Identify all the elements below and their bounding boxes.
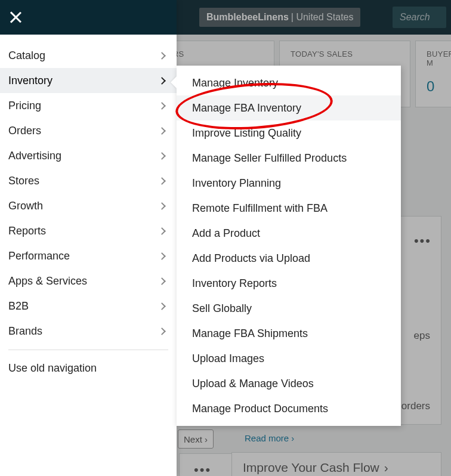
- chevron-right-icon: [158, 177, 166, 185]
- nav-item-reports[interactable]: Reports: [0, 218, 177, 243]
- chevron-right-icon: [158, 52, 166, 60]
- submenu-item-label: Manage Inventory: [192, 77, 278, 89]
- chevron-right-icon: [158, 127, 166, 135]
- chevron-right-icon: [158, 202, 166, 210]
- nav-list: CatalogInventoryPricingOrdersAdvertising…: [0, 35, 177, 344]
- nav-item-label: Brands: [8, 325, 42, 338]
- nav-item-stores[interactable]: Stores: [0, 168, 177, 193]
- chevron-right-icon: [158, 102, 166, 110]
- submenu-item-label: Add Products via Upload: [192, 252, 310, 265]
- nav-item-label: Apps & Services: [8, 275, 87, 288]
- submenu-item-label: Improve Listing Quality: [192, 127, 301, 140]
- submenu-item-label: Inventory Planning: [192, 177, 281, 190]
- nav-item-catalog[interactable]: Catalog: [0, 43, 177, 68]
- submenu-item-label: Manage Seller Fulfilled Products: [192, 152, 347, 165]
- submenu-item-add-products-via-upload[interactable]: Add Products via Upload: [177, 246, 401, 271]
- nav-item-growth[interactable]: Growth: [0, 193, 177, 218]
- submenu-item-add-a-product[interactable]: Add a Product: [177, 221, 401, 246]
- chevron-right-icon: [158, 77, 166, 85]
- chevron-right-icon: [158, 302, 166, 310]
- chevron-right-icon: [158, 277, 166, 285]
- chevron-right-icon: [158, 252, 166, 260]
- nav-item-label: Orders: [8, 125, 41, 137]
- nav-item-advertising[interactable]: Advertising: [0, 143, 177, 168]
- submenu-item-label: Remote Fulfillment with FBA: [192, 202, 328, 215]
- nav-item-label: Stores: [8, 175, 39, 187]
- nav-item-orders[interactable]: Orders: [0, 118, 177, 143]
- submenu-item-label: Manage Product Documents: [192, 403, 328, 415]
- nav-item-label: Advertising: [8, 150, 61, 162]
- nav-item-pricing[interactable]: Pricing: [0, 93, 177, 118]
- divider: [8, 350, 168, 350]
- nav-item-label: Pricing: [8, 100, 41, 112]
- submenu-item-sell-globally[interactable]: Sell Globally: [177, 296, 401, 321]
- submenu-item-manage-inventory[interactable]: Manage Inventory: [177, 70, 401, 95]
- chevron-right-icon: [158, 227, 166, 235]
- nav-item-apps-services[interactable]: Apps & Services: [0, 268, 177, 293]
- submenu-item-label: Upload Images: [192, 353, 264, 365]
- submenu-item-manage-fba-inventory[interactable]: Manage FBA Inventory: [177, 95, 401, 120]
- nav-item-label: Inventory: [8, 75, 52, 87]
- submenu-item-manage-seller-fulfilled-products[interactable]: Manage Seller Fulfilled Products: [177, 146, 401, 171]
- nav-item-inventory[interactable]: Inventory: [0, 68, 177, 93]
- submenu-item-manage-product-documents[interactable]: Manage Product Documents: [177, 396, 401, 421]
- submenu-item-label: Add a Product: [192, 227, 260, 240]
- submenu-item-label: Upload & Manage Videos: [192, 378, 314, 390]
- submenu-item-label: Manage FBA Shipments: [192, 327, 308, 340]
- chevron-right-icon: [158, 327, 166, 335]
- nav-item-label: B2B: [8, 300, 29, 313]
- close-icon[interactable]: [8, 10, 23, 24]
- nav-header: [0, 0, 177, 35]
- nav-item-label: Growth: [8, 200, 43, 212]
- submenu-item-upload-images[interactable]: Upload Images: [177, 346, 401, 371]
- submenu-item-upload-manage-videos[interactable]: Upload & Manage Videos: [177, 371, 401, 396]
- nav-item-brands[interactable]: Brands: [0, 319, 177, 344]
- nav-item-label: Reports: [8, 225, 46, 237]
- submenu-item-inventory-reports[interactable]: Inventory Reports: [177, 271, 401, 296]
- nav-item-b2b[interactable]: B2B: [0, 293, 177, 319]
- submenu-item-improve-listing-quality[interactable]: Improve Listing Quality: [177, 120, 401, 146]
- submenu-item-remote-fulfillment-with-fba[interactable]: Remote Fulfillment with FBA: [177, 196, 401, 221]
- nav-item-label: Catalog: [8, 50, 45, 62]
- submenu-item-label: Inventory Reports: [192, 277, 277, 290]
- chevron-right-icon: [158, 152, 166, 160]
- submenu-item-manage-fba-shipments[interactable]: Manage FBA Shipments: [177, 321, 401, 346]
- submenu-item-label: Sell Globally: [192, 302, 252, 315]
- submenu-caret-icon: [171, 76, 177, 88]
- nav-item-performance[interactable]: Performance: [0, 243, 177, 268]
- submenu-item-inventory-planning[interactable]: Inventory Planning: [177, 171, 401, 196]
- use-old-navigation[interactable]: Use old navigation: [0, 356, 177, 381]
- main-nav-drawer: CatalogInventoryPricingOrdersAdvertising…: [0, 0, 177, 476]
- submenu-item-label: Manage FBA Inventory: [192, 102, 301, 115]
- inventory-submenu: Manage InventoryManage FBA InventoryImpr…: [177, 66, 401, 426]
- nav-item-label: Performance: [8, 250, 70, 262]
